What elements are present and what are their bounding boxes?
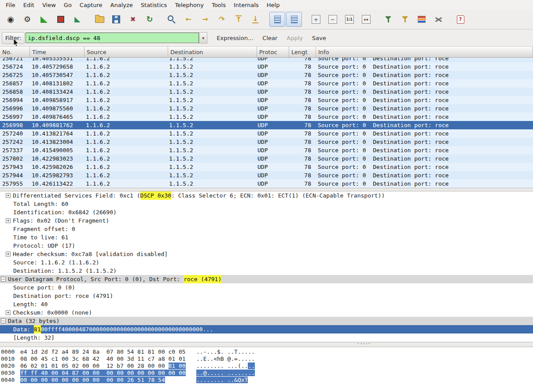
detail-line[interactable]: Data: 8100ffff40000487000000000000000000… (0, 325, 533, 333)
packet-row[interactable]: 256998 10.409881762 1.1.6.2 1.1.5.2 UDP … (0, 121, 533, 129)
detail-line[interactable]: User Datagram Protocol, Src Port: 0 (0),… (0, 275, 533, 283)
detail-line[interactable]: Source: 1.1.6.2 (1.1.6.2) (0, 258, 533, 267)
go-forward-button[interactable]: → (197, 12, 213, 27)
detail-line[interactable]: Differentiated Services Field: 0xc1 (DSC… (0, 191, 533, 200)
detail-line[interactable]: Checksum: 0x0000 (none) (0, 308, 533, 317)
capture-filters-button[interactable] (380, 12, 396, 27)
detail-line[interactable]: Destination: 1.1.5.2 (1.1.5.2) (0, 267, 533, 275)
hex-row[interactable]: 0010 08 00 45 c1 00 3c 68 42 40 00 3d 11… (1, 355, 533, 363)
detail-line[interactable]: Flags: 0x02 (Don't Fragment) (0, 216, 533, 225)
column-header-length[interactable]: Lengt (289, 47, 316, 57)
expander-icon[interactable] (6, 193, 11, 198)
detail-line[interactable]: [Length: 32] (0, 333, 533, 342)
detail-line[interactable]: Protocol: UDP (17) (0, 242, 533, 250)
detail-line[interactable]: Source port: 0 (0) (0, 283, 533, 292)
display-filters-button[interactable] (397, 12, 413, 27)
zoom-in-button[interactable]: + (308, 12, 324, 27)
clear-button[interactable]: Clear (262, 35, 277, 41)
detail-line[interactable]: Data (32 bytes) (0, 317, 533, 325)
packet-row[interactable]: 256997 10.409876465 1.1.6.2 1.1.5.2 UDP … (0, 113, 533, 121)
list-interfaces-button[interactable]: ◉ (3, 12, 18, 27)
help-button[interactable]: ? (452, 12, 468, 27)
menu-item[interactable]: File (2, 1, 19, 9)
go-back-button[interactable]: ← (180, 12, 196, 27)
go-to-top-button[interactable]: ↑ (231, 12, 246, 27)
column-header-protocol[interactable]: Protoc (257, 47, 289, 57)
packet-row[interactable]: 256724 10.405729658 1.1.6.2 1.1.5.2 UDP … (0, 62, 533, 71)
packet-row[interactable]: 256994 10.409858917 1.1.6.2 1.1.5.2 UDP … (0, 96, 533, 104)
menu-item[interactable]: Edit (19, 1, 38, 9)
save-button[interactable]: Save (312, 35, 326, 41)
detail-line[interactable]: Length: 40 (0, 300, 533, 308)
hex-row[interactable]: 0020 06 02 01 01 05 02 00 00 12 b7 00 28… (1, 363, 533, 370)
restart-capture-button[interactable] (70, 12, 85, 27)
hex-row[interactable]: 0030 ff ff 40 00 04 87 00 00 00 00 00 00… (1, 370, 533, 377)
detail-line[interactable]: Header checksum: 0xc7a8 [validation disa… (0, 250, 533, 258)
colorize-toggle-button[interactable] (269, 12, 285, 27)
packet-row[interactable]: 256725 10.405730547 1.1.6.2 1.1.5.2 UDP … (0, 71, 533, 79)
detail-line[interactable]: Total Length: 60 (0, 200, 533, 208)
open-file-button[interactable] (92, 12, 107, 27)
menu-item[interactable]: Analyze (107, 1, 137, 9)
packet-row[interactable]: 257240 10.413821764 1.1.6.2 1.1.5.2 UDP … (0, 129, 533, 138)
detail-line[interactable]: Identification: 0x6842 (26690) (0, 208, 533, 216)
filter-dropdown-button[interactable]: ▾ (199, 32, 207, 44)
packet-row[interactable]: 257944 10.425982793 1.1.6.2 1.1.5.2 UDP … (0, 171, 533, 180)
apply-button[interactable]: Apply (287, 35, 303, 41)
detail-line[interactable]: Time to live: 61 (0, 233, 533, 242)
close-file-button[interactable]: ✖ (125, 12, 141, 27)
start-capture-button[interactable] (36, 12, 52, 27)
menu-item[interactable]: Go (60, 1, 76, 9)
expander-icon[interactable] (6, 218, 11, 223)
detail-line[interactable]: Destination port: roce (4791) (0, 292, 533, 300)
packet-row[interactable]: 256858 10.408133424 1.1.6.2 1.1.5.2 UDP … (0, 88, 533, 96)
filter-input[interactable]: ip.dsfield.dscp == 48 (26, 33, 199, 43)
zoom-out-button[interactable]: − (325, 12, 341, 27)
capture-options-button[interactable]: ⚙ (19, 12, 35, 27)
zoom-normal-button[interactable]: 1:1 (342, 12, 357, 27)
packet-row[interactable]: 257337 10.415490005 1.1.6.2 1.1.5.2 UDP … (0, 146, 533, 154)
packet-row[interactable]: 256857 10.408131802 1.1.6.2 1.1.5.2 UDP … (0, 79, 533, 88)
menu-item[interactable]: Statistics (137, 1, 171, 9)
stop-capture-button[interactable] (53, 12, 69, 27)
save-file-button[interactable] (108, 12, 124, 27)
go-to-packet-button[interactable]: ↷ (214, 12, 230, 27)
packet-row[interactable]: 257242 10.413823004 1.1.6.2 1.1.5.2 UDP … (0, 138, 533, 146)
hex-row[interactable]: 0040 00 00 00 00 00 00 00 00 00 00 26 51… (1, 377, 533, 384)
packet-destination: 1.1.5.2 (167, 58, 255, 62)
menu-item[interactable]: Telephony (171, 1, 208, 9)
expander-icon[interactable] (1, 277, 6, 282)
expander-icon[interactable] (6, 252, 11, 256)
reload-button[interactable]: ↻ (142, 12, 158, 27)
list-details-splitter[interactable] (0, 188, 533, 191)
autoscroll-toggle-button[interactable] (286, 12, 302, 27)
expander-icon[interactable] (6, 310, 11, 315)
packet-row[interactable]: 256721 10.405335531 1.1.6.2 1.1.5.2 UDP … (0, 58, 533, 62)
back-arrow-icon: ← (185, 16, 191, 23)
column-header-time[interactable]: Time (30, 47, 85, 57)
menu-item[interactable]: Internals (230, 1, 263, 9)
details-hex-splitter[interactable] (0, 342, 533, 347)
packet-row[interactable]: 257955 10.426113422 1.1.6.2 1.1.5.2 UDP … (0, 180, 533, 188)
column-header-no[interactable]: No. (0, 47, 30, 57)
expression-button[interactable]: Expression... (217, 35, 253, 41)
filter-button[interactable]: Filter: (2, 32, 25, 44)
menu-item[interactable]: Capture (76, 1, 107, 9)
menu-item[interactable]: Help (263, 1, 284, 9)
column-header-destination[interactable]: Destination (168, 47, 257, 57)
hex-row[interactable]: 0000 e4 1d 2d f2 a4 89 24 8a 07 80 54 81… (1, 348, 533, 355)
menu-item[interactable]: Tools (208, 1, 230, 9)
packet-row[interactable]: 257802 10.422983023 1.1.6.2 1.1.5.2 UDP … (0, 154, 533, 163)
coloring-rules-button[interactable] (414, 12, 430, 27)
menu-item[interactable]: View (38, 1, 60, 9)
column-header-source[interactable]: Source (85, 47, 168, 57)
go-to-bottom-button[interactable]: ↓ (247, 12, 263, 27)
packet-row[interactable]: 256996 10.409875560 1.1.6.2 1.1.5.2 UDP … (0, 104, 533, 113)
find-packet-button[interactable] (164, 12, 180, 27)
packet-row[interactable]: 257943 10.425982026 1.1.6.2 1.1.5.2 UDP … (0, 163, 533, 171)
detail-line[interactable]: Fragment offset: 0 (0, 225, 533, 233)
column-header-info[interactable]: Info (316, 47, 533, 57)
resize-columns-button[interactable]: ↔ (358, 12, 374, 27)
expander-icon[interactable] (1, 319, 6, 323)
preferences-button[interactable] (430, 12, 446, 27)
